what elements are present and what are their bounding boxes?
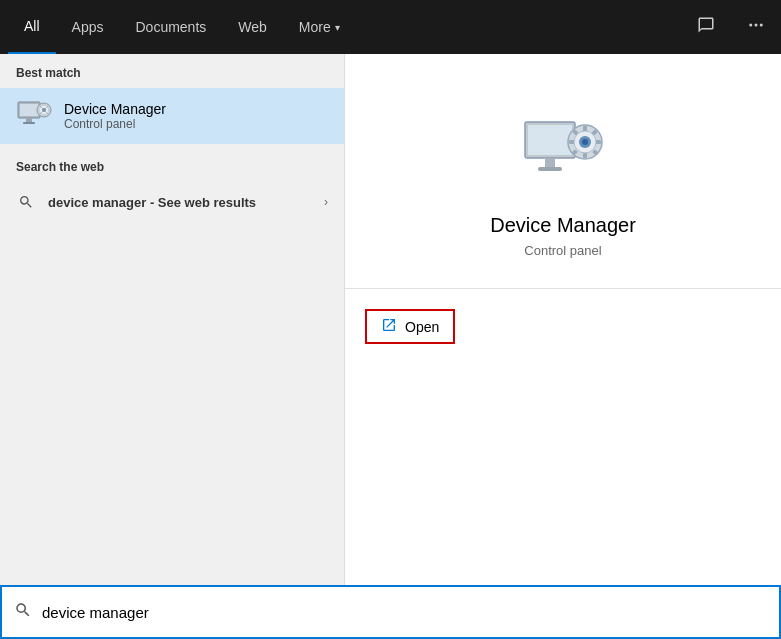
web-search-query: device manager — [48, 195, 146, 210]
main-content: Best match — [0, 54, 781, 639]
svg-rect-18 — [583, 126, 587, 131]
best-match-label: Best match — [0, 54, 344, 88]
svg-rect-12 — [545, 158, 555, 167]
tab-web-label: Web — [238, 19, 267, 35]
svg-point-17 — [582, 139, 588, 145]
web-search-text: device manager - See web results — [48, 195, 324, 210]
search-icon — [16, 192, 36, 212]
tab-more-label: More — [299, 19, 331, 35]
bottom-search-bar — [0, 585, 781, 639]
svg-rect-6 — [23, 122, 35, 124]
feedback-icon[interactable] — [689, 12, 723, 42]
result-subtitle: Control panel — [524, 243, 601, 258]
svg-rect-4 — [20, 104, 38, 116]
svg-point-0 — [749, 24, 752, 27]
best-match-subtitle: Control panel — [64, 117, 166, 131]
device-manager-icon-large — [523, 114, 603, 194]
left-panel: Best match — [0, 54, 345, 639]
open-button[interactable]: Open — [365, 309, 455, 344]
best-match-info: Device Manager Control panel — [64, 101, 166, 131]
svg-rect-13 — [538, 167, 562, 171]
tab-documents[interactable]: Documents — [119, 0, 222, 54]
chevron-right-icon: › — [324, 195, 328, 209]
top-nav: All Apps Documents Web More ▾ — [0, 0, 781, 54]
tab-more[interactable]: More ▾ — [283, 0, 356, 54]
web-search-suffix: - See web results — [146, 195, 256, 210]
result-title: Device Manager — [490, 214, 636, 237]
svg-rect-5 — [26, 118, 32, 122]
tab-documents-label: Documents — [135, 19, 206, 35]
best-match-title: Device Manager — [64, 101, 166, 117]
right-panel: Device Manager Control panel Open — [345, 54, 781, 639]
open-icon — [381, 317, 397, 336]
tab-apps[interactable]: Apps — [56, 0, 120, 54]
chevron-down-icon: ▾ — [335, 22, 340, 33]
svg-point-2 — [760, 24, 763, 27]
web-search-label: Search the web — [0, 148, 344, 182]
open-button-label: Open — [405, 319, 439, 335]
tab-all-label: All — [24, 18, 40, 34]
right-actions: Open — [345, 309, 781, 344]
search-input[interactable] — [42, 604, 767, 621]
tab-apps-label: Apps — [72, 19, 104, 35]
web-search-item[interactable]: device manager - See web results › — [0, 182, 344, 222]
svg-rect-11 — [528, 125, 572, 155]
tab-web[interactable]: Web — [222, 0, 283, 54]
svg-rect-19 — [583, 153, 587, 158]
svg-point-1 — [755, 24, 758, 27]
search-icon-bottom — [14, 601, 32, 623]
svg-rect-20 — [569, 140, 574, 144]
more-options-icon[interactable] — [739, 12, 773, 42]
tab-all[interactable]: All — [8, 0, 56, 54]
device-manager-icon-small — [16, 98, 52, 134]
nav-right-icons — [689, 12, 773, 42]
best-match-item[interactable]: Device Manager Control panel — [0, 88, 344, 144]
svg-rect-21 — [596, 140, 601, 144]
divider — [345, 288, 781, 289]
